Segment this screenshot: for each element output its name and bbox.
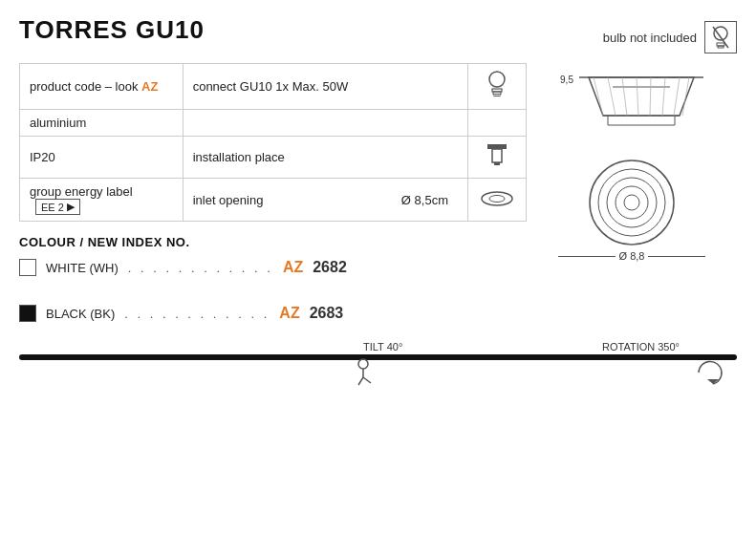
diam-line-left <box>558 256 616 257</box>
specs-row-2: aluminium <box>20 110 527 137</box>
colour-dots-white: . . . . . . . . . . . . <box>128 261 273 275</box>
svg-marker-14 <box>589 77 694 116</box>
specs-row2-right <box>183 110 467 137</box>
svg-line-25 <box>662 77 665 116</box>
side-height-label: 9,5 <box>560 75 573 85</box>
rotation-label: ROTATION 350° <box>602 341 680 352</box>
specs-row3-left: IP20 <box>20 137 184 179</box>
swatch-white <box>19 259 36 276</box>
colour-dots-black: . . . . . . . . . . . . <box>124 307 270 321</box>
inlet-size: Ø 8,5cm <box>401 193 448 207</box>
rotation-icon-svg <box>694 358 732 387</box>
main-content: product code – look AZ connect GU10 1x M… <box>19 63 737 322</box>
specs-row1-right: connect GU10 1x Max. 50W <box>183 64 467 110</box>
colour-section: COLOUR / NEW INDEX NO. WHITE (WH) . . . … <box>19 235 527 322</box>
svg-point-29 <box>598 169 665 236</box>
svg-point-11 <box>482 192 512 205</box>
energy-badge: EE 2 ▶ <box>35 199 80 215</box>
svg-line-26 <box>674 77 680 116</box>
colour-code-num-black: 2683 <box>310 305 344 322</box>
svg-point-33 <box>358 359 368 369</box>
energy-arrow: ▶ <box>67 201 75 213</box>
specs-row-3: IP20 installation place <box>20 137 527 179</box>
specs-row2-left: aluminium <box>20 110 184 137</box>
bottom-bar-section: TILT 40° ROTATION 350° <box>19 341 737 360</box>
diam-line-right <box>648 256 705 257</box>
specs-table: product code – look AZ connect GU10 1x M… <box>19 63 527 222</box>
svg-point-4 <box>489 72 505 87</box>
side-profile-diagram: 9,5 <box>560 73 703 139</box>
inlet-icon-svg <box>478 189 516 208</box>
svg-rect-7 <box>494 95 500 96</box>
svg-line-23 <box>637 77 638 116</box>
top-view-svg <box>584 155 680 250</box>
svg-line-24 <box>650 77 651 116</box>
specs-row-4: group energy label EE 2 ▶ inlet opening … <box>20 179 527 222</box>
az-label: AZ <box>141 79 158 94</box>
tilt-rotation-labels: TILT 40° ROTATION 350° <box>19 341 737 352</box>
colour-code-num-white: 2682 <box>313 259 347 276</box>
svg-line-27 <box>682 77 689 116</box>
side-profile-svg <box>579 73 703 139</box>
product-title: TORRES GU10 <box>19 15 205 45</box>
left-content: product code – look AZ connect GU10 1x M… <box>19 63 527 322</box>
colour-title: COLOUR / NEW INDEX NO. <box>19 235 527 249</box>
bulb-icon <box>704 21 737 53</box>
ceiling-icon-svg <box>484 142 510 169</box>
swatch-black <box>19 305 36 322</box>
svg-rect-9 <box>492 149 502 162</box>
colour-row-black: BLACK (BK) . . . . . . . . . . . . AZ268… <box>19 305 527 322</box>
specs-row1-left: product code – look AZ <box>20 64 184 110</box>
svg-rect-3 <box>718 46 724 48</box>
tilt-icon-svg <box>354 358 392 387</box>
svg-line-21 <box>608 77 616 116</box>
header-section: TORRES GU10 bulb not included <box>19 15 737 53</box>
specs-row4-icon <box>467 179 526 222</box>
gu10-bulb-svg <box>484 70 510 100</box>
svg-point-32 <box>624 195 639 210</box>
svg-point-31 <box>616 186 648 219</box>
top-diameter-area: Ø 8,8 <box>558 250 706 262</box>
colour-rows: WHITE (WH) . . . . . . . . . . . . AZ268… <box>19 259 527 322</box>
svg-point-12 <box>489 195 505 202</box>
colour-label-white: WHITE (WH) <box>46 261 119 275</box>
specs-row2-icon <box>467 110 526 137</box>
svg-line-36 <box>363 377 371 383</box>
specs-row4-left: group energy label EE 2 ▶ <box>20 179 184 222</box>
svg-line-20 <box>594 77 603 116</box>
svg-point-28 <box>590 160 674 245</box>
svg-line-35 <box>358 377 363 385</box>
svg-line-22 <box>622 77 627 116</box>
specs-row-1: product code – look AZ connect GU10 1x M… <box>20 64 527 110</box>
installation-place-icon <box>467 137 526 179</box>
bulb-not-included-text: bulb not included <box>603 31 697 45</box>
right-diagrams: 9,5 <box>527 63 737 322</box>
tilt-label: TILT 40° <box>363 341 402 352</box>
colour-label-black: BLACK (BK) <box>46 307 115 321</box>
colour-code-az-white: AZ <box>283 259 303 276</box>
specs-row3-right: installation place <box>183 137 467 179</box>
bottom-bar-container <box>19 354 737 360</box>
svg-rect-10 <box>494 162 500 165</box>
top-view-diagram: Ø 8,8 <box>558 155 706 262</box>
specs-row4-right: inlet opening Ø 8,5cm <box>183 179 467 222</box>
colour-row-white: WHITE (WH) . . . . . . . . . . . . AZ268… <box>19 259 527 276</box>
svg-point-30 <box>607 178 657 227</box>
top-diameter-label: Ø 8,8 <box>619 250 645 262</box>
gu10-bulb-icon-cell <box>467 64 526 110</box>
bulb-not-included-area: bulb not included <box>603 21 737 53</box>
colour-code-az-black: AZ <box>279 305 299 322</box>
